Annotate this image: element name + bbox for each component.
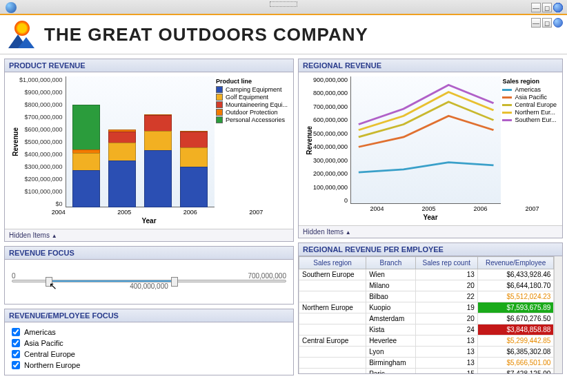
left-column: PRODUCT REVENUE — ◻ Revenue $1,000,000,0… <box>4 59 294 375</box>
chart-plot-area <box>66 76 215 207</box>
panel-footer[interactable]: Hidden Items ▲ <box>299 225 562 238</box>
panel-min-icon[interactable]: — <box>531 3 541 12</box>
table-row[interactable]: Bilbao22$5,512,024.23 <box>299 291 554 302</box>
bar-2006 <box>144 114 172 207</box>
x-axis-labels: 2004200520062007 <box>9 209 289 216</box>
slider-handle-high[interactable] <box>171 277 178 287</box>
revenue-range-slider[interactable]: 0 700,000,000 400,000,000 ↖ <box>5 260 293 304</box>
chevron-up-icon: ▲ <box>346 229 351 236</box>
legend-item[interactable]: Americas <box>502 86 557 93</box>
legend-item[interactable]: Camping Equipment <box>216 86 288 93</box>
legend-item[interactable]: Golf Equipment <box>216 94 288 101</box>
maximize-icon[interactable]: ◻ <box>542 18 552 28</box>
legend-item[interactable]: Northern Eur... <box>502 109 557 116</box>
panel-revenue-focus: REVENUE FOCUS — ◻ 0 700,000,000 400,000, <box>4 246 294 305</box>
back-button[interactable] <box>6 2 17 13</box>
table-row[interactable]: Northern EuropeKuopio19$7,593,675.89 <box>299 302 554 313</box>
header: THE GREAT OUTDOORS COMPANY — ◻ <box>0 15 567 54</box>
dashboard-workspace: PRODUCT REVENUE — ◻ Revenue $1,000,000,0… <box>0 54 567 380</box>
panel-title: REGIONAL REVENUE <box>303 61 381 70</box>
col-header[interactable]: Sales region <box>299 257 366 269</box>
table-row[interactable]: Paris15$7,428,125.00 <box>299 369 554 374</box>
table-row[interactable]: Kista24$3,848,858.88 <box>299 324 554 336</box>
table-row[interactable]: Milano20$6,644,180.70 <box>299 280 554 291</box>
legend-item[interactable]: Southern Eur... <box>502 116 557 123</box>
right-column: REGIONAL REVENUE — ◻ Revenue 900,000,000… <box>298 59 563 375</box>
y-axis-ticks: 900,000,000800,000,000700,000,000600,000… <box>313 76 350 204</box>
panel-regional-revenue: REGIONAL REVENUE — ◻ Revenue 900,000,000… <box>298 59 563 238</box>
region-checkbox[interactable]: Americas <box>9 327 289 338</box>
close-icon[interactable] <box>553 18 563 28</box>
legend-item[interactable]: Outdoor Protection <box>216 109 288 116</box>
company-title: THE GREAT OUTDOORS COMPANY <box>44 24 368 45</box>
regional-revenue-chart: Revenue 900,000,000800,000,000700,000,00… <box>303 76 558 204</box>
table-row[interactable]: Birmingham13$5,666,501.00 <box>299 358 554 369</box>
app-topbar <box>0 0 567 15</box>
table-row[interactable]: Amsterdam20$6,670,276.50 <box>299 313 554 324</box>
company-logo <box>8 21 36 48</box>
table-row[interactable]: Lyon13$6,385,302.08 <box>299 347 554 358</box>
panel-product-revenue: PRODUCT REVENUE — ◻ Revenue $1,000,000,0… <box>4 59 294 242</box>
table-row[interactable]: Central EuropeHeverlee13$5,299,442.85 <box>299 336 554 347</box>
minimize-icon[interactable]: — <box>531 18 541 28</box>
panel-title: REGIONAL REVENUE PER EMPLOYEE <box>303 245 444 254</box>
panel-footer[interactable]: Hidden Items ▲ <box>5 229 293 241</box>
revenue-per-employee-table: Sales regionBranchSales rep countRevenue… <box>299 256 554 373</box>
legend-item[interactable]: Asia Pacific <box>502 94 557 101</box>
region-checkbox[interactable]: Asia Pacific <box>9 338 289 349</box>
window-controls: — ◻ <box>531 18 563 28</box>
panel-close-icon[interactable] <box>553 3 563 12</box>
col-header[interactable]: Sales rep count <box>415 257 477 269</box>
legend-item[interactable]: Central Europe <box>502 101 557 108</box>
table-header-row: Sales regionBranchSales rep countRevenue… <box>299 257 554 269</box>
bar-2004 <box>72 105 100 207</box>
chevron-up-icon: ▲ <box>52 233 57 239</box>
legend-item[interactable]: Personal Accessories <box>216 116 288 123</box>
region-checkbox-list: AmericasAsia PacificCentral EuropeNorthe… <box>5 322 293 375</box>
panel-employee-focus: REVENUE/EMPLOYEE FOCUS — ◻ AmericasAsia … <box>4 309 294 375</box>
chart-legend: Product line Camping EquipmentGolf Equip… <box>215 76 289 207</box>
resize-handle[interactable] <box>270 1 297 7</box>
scrollbar[interactable] <box>554 256 562 373</box>
panel-title: REVENUE FOCUS <box>9 249 74 257</box>
product-revenue-chart: Revenue $1,000,000,000$900,000,000$800,0… <box>9 76 289 207</box>
panel-regional-emp: REGIONAL REVENUE PER EMPLOYEE — ◻ Sales … <box>298 243 563 374</box>
col-header[interactable]: Branch <box>366 257 416 269</box>
x-axis-labels: 2004200520062007 <box>303 205 558 212</box>
y-axis-ticks: $1,000,000,000$900,000,000$800,000,000$7… <box>19 76 66 207</box>
chart-plot-area <box>350 76 501 204</box>
table-row[interactable]: Southern EuropeWien13$6,433,928.46 <box>299 269 554 280</box>
panel-title: REVENUE/EMPLOYEE FOCUS <box>9 311 119 320</box>
legend-item[interactable]: Mountaineering Equi... <box>216 101 288 108</box>
panel-max-icon[interactable]: ◻ <box>542 3 552 12</box>
region-checkbox[interactable]: Central Europe <box>9 349 289 360</box>
region-checkbox[interactable]: Northern Europe <box>9 360 289 371</box>
cursor-icon: ↖ <box>49 280 57 291</box>
bar-2007 <box>180 131 208 207</box>
bar-2005 <box>108 130 136 207</box>
chart-legend: Sales region AmericasAsia PacificCentral… <box>501 76 558 204</box>
col-header[interactable]: Revenue/Employee <box>477 257 554 269</box>
panel-title: PRODUCT REVENUE <box>9 61 86 70</box>
